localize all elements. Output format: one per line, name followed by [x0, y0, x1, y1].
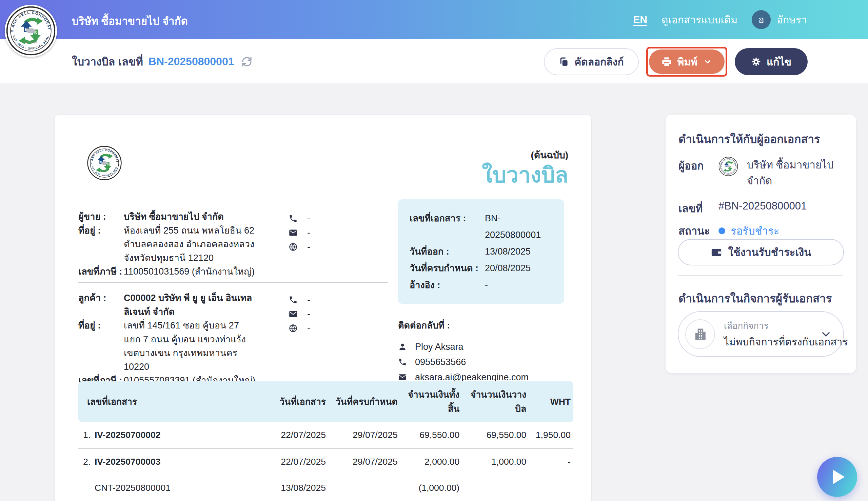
- select-business-value: ไม่พบกิจการที่ตรงกับเอกสาร: [724, 334, 820, 350]
- action-buttons: คัดลอกลิงก์ พิมพ์: [544, 47, 808, 77]
- language-toggle[interactable]: EN: [633, 14, 647, 25]
- issuer-row: ผู้ออก บริษัท ซื้อมาขายไป จำกัด: [678, 157, 835, 189]
- mail-icon: [288, 309, 298, 319]
- row-doc-number: IV-20250700002: [95, 430, 161, 440]
- person-icon: [398, 342, 407, 351]
- doc-no-value: BN-20250800001: [485, 210, 552, 243]
- table-row[interactable]: 2.IV-20250700003 22/07/2025 29/07/2025 2…: [78, 448, 573, 475]
- edit-button[interactable]: แก้ไข: [735, 48, 808, 75]
- contact-email: aksara.ai@peakengine.com: [415, 372, 529, 383]
- copy-icon: [559, 57, 569, 67]
- customer-label: ลูกค้า :: [78, 291, 124, 319]
- status-label: สถานะ: [678, 222, 719, 239]
- enable-payment-label: ใช้งานรับชำระเงิน: [728, 244, 811, 261]
- row-wht: [526, 475, 573, 501]
- print-button-highlight: พิมพ์: [646, 47, 727, 77]
- doc-no-label: เลขที่เอกสาร :: [410, 210, 485, 243]
- customer-contact-icons: - - -: [288, 292, 356, 335]
- issuer-logo-seal: [719, 157, 738, 176]
- mail-icon: [398, 373, 407, 382]
- document-title-prefix: ใบวางบิล เลขที่: [72, 53, 143, 70]
- print-label: พิมพ์: [677, 54, 697, 70]
- user-menu[interactable]: อ อักษรา: [752, 10, 807, 29]
- gear-icon: [751, 57, 761, 67]
- issue-date-label: วันที่ออก :: [410, 243, 485, 260]
- seller-section: ผู้ขาย : บริษัท ซื้อมาขายไป จำกัด ที่อยู…: [78, 210, 257, 279]
- refresh-icon[interactable]: [241, 56, 252, 67]
- row-number: 2.: [83, 457, 95, 467]
- row-billing-amount: 1,000.00: [459, 448, 526, 475]
- content-area: (ต้นฉบับ) ใบวางบิล ผู้ขาย : บริษัท ซื้อม…: [0, 83, 868, 501]
- contact-name: Ploy Aksara: [415, 342, 464, 352]
- copy-link-label: คัดลอกลิงก์: [574, 54, 624, 70]
- document-action-bar: ใบวางบิล เลขที่ BN-20250800001 คัดลอกลิง…: [0, 39, 868, 83]
- wallet-icon: [711, 246, 722, 258]
- row-doc-date: 22/07/2025: [257, 448, 326, 475]
- select-business-dropdown[interactable]: เลือกกิจการ ไม่พบกิจการที่ตรงกับเอกสาร: [678, 311, 844, 357]
- reference-label: อ้างอิง :: [410, 277, 485, 294]
- printer-icon: [661, 56, 672, 67]
- row-total-amount: (1,000.00): [398, 475, 460, 501]
- seller-phone: -: [307, 213, 310, 224]
- col-total-amount: จำนวนเงินทั้งสิ้น: [398, 381, 460, 422]
- table-row[interactable]: 1.IV-20250700002 22/07/2025 29/07/2025 6…: [78, 422, 573, 448]
- row-wht: 1,950.00: [526, 422, 573, 448]
- chevron-down-icon: [703, 57, 712, 66]
- col-billing-amount: จำนวนเงินวางบิล: [459, 381, 526, 422]
- copy-link-button[interactable]: คัดลอกลิงก์: [544, 48, 638, 75]
- seller-contact-icons: - - -: [288, 211, 356, 254]
- seller-tax-id: 1100501031569 (สำนักงานใหญ่): [124, 265, 257, 279]
- status-badge: รอรับชำระ: [731, 222, 779, 239]
- row-total-amount: 2,000.00: [398, 448, 460, 475]
- mail-icon: [288, 228, 298, 237]
- chevron-down-icon: [820, 329, 832, 340]
- seller-label: ผู้ขาย :: [78, 210, 124, 224]
- col-doc-date: วันที่เอกสาร: [257, 381, 326, 422]
- print-button[interactable]: พิมพ์: [649, 50, 724, 74]
- view-original-link[interactable]: ดูเอกสารแบบเดิม: [661, 12, 738, 28]
- enable-payment-button[interactable]: ใช้งานรับชำระเงิน: [678, 239, 844, 265]
- section-divider: [78, 283, 388, 283]
- col-due-date: วันที่ครบกำหนด: [326, 381, 398, 422]
- original-copy-label: (ต้นฉบับ): [482, 148, 568, 162]
- customer-website: -: [307, 323, 310, 333]
- row-due-date: 29/07/2025: [326, 422, 398, 448]
- document-info-box: เลขที่เอกสาร : BN-20250800001 วันที่ออก …: [398, 199, 564, 304]
- seller-address-label: ที่อยู่ :: [78, 224, 124, 265]
- seller-website: -: [307, 242, 310, 252]
- table-header-row: เลขที่เอกสาร วันที่เอกสาร วันที่ครบกำหนด…: [78, 381, 573, 422]
- tutorial-play-button[interactable]: [817, 457, 857, 497]
- seller-email: -: [307, 227, 310, 238]
- company-seal-icon: [87, 146, 122, 181]
- contact-phone: 0955653566: [415, 357, 466, 367]
- row-number: 1.: [83, 430, 95, 440]
- customer-phone: -: [307, 295, 310, 305]
- business-avatar: [685, 319, 715, 349]
- avatar[interactable]: อ: [752, 10, 771, 29]
- phone-icon: [288, 295, 298, 305]
- issuer-name: บริษัท ซื้อมาขายไป จำกัด: [747, 157, 835, 189]
- issuer-section-title: ดำเนินการให้กับผู้ออกเอกสาร: [678, 130, 845, 148]
- col-wht: WHT: [526, 381, 573, 422]
- issuer-action-panel: ดำเนินการให้กับผู้ออกเอกสาร ผู้ออก บริษั…: [666, 115, 856, 373]
- contact-title: ติดต่อกลับที่ :: [398, 318, 564, 332]
- phone-icon: [288, 214, 298, 223]
- document-number-link[interactable]: BN-20250800001: [148, 55, 234, 68]
- row-billing-amount: [459, 475, 526, 501]
- row-doc-number: IV-20250700003: [95, 457, 161, 467]
- username: อักษรา: [777, 12, 807, 28]
- table-row[interactable]: CNT-20250800001 13/08/2025 (1,000.00): [78, 475, 573, 501]
- select-business-label: เลือกกิจการ: [724, 319, 820, 332]
- globe-icon: [288, 242, 298, 252]
- row-total-amount: 69,550.00: [398, 422, 460, 448]
- status-row: สถานะ รอรับชำระ: [678, 222, 779, 239]
- issuer-label: ผู้ออก: [678, 157, 719, 174]
- number-label: เลขที่: [678, 200, 719, 217]
- document-logo-seal: [87, 146, 122, 181]
- issue-date-value: 13/08/2025: [485, 243, 531, 260]
- company-seal-icon: [719, 157, 738, 176]
- due-date-value: 20/08/2025: [485, 260, 531, 277]
- status-dot: [719, 227, 725, 234]
- play-icon: [833, 470, 845, 484]
- billing-items-table: เลขที่เอกสาร วันที่เอกสาร วันที่ครบกำหนด…: [78, 381, 573, 501]
